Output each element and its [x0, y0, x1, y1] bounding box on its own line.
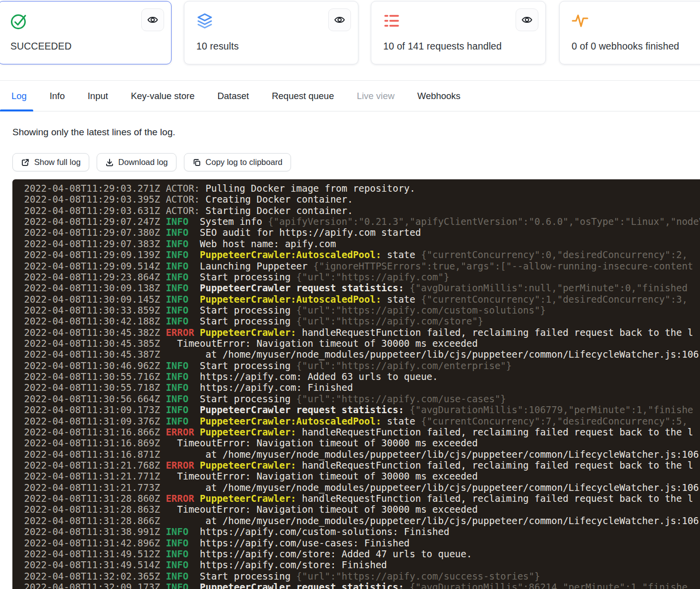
status-cards-row: SUCCEEDED 10 results [0, 0, 700, 65]
log-line: 2022-04-08T11:30:46.962Z INFO Start proc… [18, 360, 700, 371]
log-line: 2022-04-08T11:32:09.173Z INFO PuppeteerC… [18, 582, 700, 589]
run-tabs: Log Info Input Key-value store Dataset R… [0, 80, 700, 111]
eye-icon [521, 14, 533, 26]
log-line: 2022-04-08T11:30:55.716Z INFO https://ap… [18, 371, 700, 382]
copy-icon [192, 158, 201, 167]
tab-webhooks[interactable]: Webhooks [413, 81, 465, 111]
show-full-log-button[interactable]: Show full log [12, 153, 89, 171]
tab-dataset[interactable]: Dataset [213, 81, 253, 111]
tab-key-value-store[interactable]: Key-value store [126, 81, 199, 111]
log-line: 2022-04-08T11:30:55.718Z INFO https://ap… [18, 382, 700, 393]
results-count-label: 10 results [196, 41, 239, 52]
log-line: 2022-04-08T11:31:16.866Z ERROR Puppeteer… [18, 427, 700, 437]
status-card-run-status[interactable]: SUCCEEDED [0, 1, 172, 64]
tab-log[interactable]: Log [7, 81, 31, 111]
log-line: 2022-04-08T11:31:28.866Z at /home/myuser… [18, 515, 700, 526]
log-line: 2022-04-08T11:31:49.512Z INFO https://ap… [18, 548, 700, 559]
log-line: 2022-04-08T11:31:38.991Z INFO https://ap… [18, 526, 700, 537]
eye-icon [147, 14, 159, 26]
pulse-icon [571, 11, 589, 30]
log-line: 2022-04-08T11:31:16.869Z TimeoutError: N… [18, 437, 700, 448]
log-line: 2022-04-08T11:30:42.188Z INFO Start proc… [18, 316, 700, 326]
layers-icon [195, 11, 214, 30]
tab-request-queue[interactable]: Request queue [267, 81, 339, 111]
download-log-button[interactable]: Download log [97, 153, 176, 171]
copy-log-button[interactable]: Copy log to clipboard [184, 153, 291, 171]
log-line: 2022-04-08T11:31:09.173Z INFO PuppeteerC… [18, 404, 700, 415]
log-line: 2022-04-08T11:30:45.385Z TimeoutError: N… [18, 338, 700, 349]
log-line: 2022-04-08T11:29:03.395Z ACTOR: Creating… [18, 194, 700, 205]
log-line: 2022-04-08T11:29:03.631Z ACTOR: Starting… [18, 205, 700, 216]
log-viewer[interactable]: 2022-04-08T11:29:03.271Z ACTOR: Pulling … [12, 179, 700, 589]
log-line: 2022-04-08T11:31:42.896Z INFO https://ap… [18, 537, 700, 548]
copy-log-label: Copy log to clipboard [206, 158, 283, 167]
log-note: Showing only the latest lines of the log… [12, 127, 175, 138]
log-line: 2022-04-08T11:31:09.376Z INFO PuppeteerC… [18, 416, 700, 427]
tab-input[interactable]: Input [83, 81, 113, 111]
log-line: 2022-04-08T11:29:07.380Z INFO SEO audit … [18, 227, 700, 238]
log-line: 2022-04-08T11:31:21.771Z TimeoutError: N… [18, 471, 700, 482]
log-line: 2022-04-08T11:31:28.860Z ERROR Puppeteer… [18, 493, 700, 504]
log-line: 2022-04-08T11:30:56.664Z INFO Start proc… [18, 393, 700, 404]
log-line: 2022-04-08T11:31:16.871Z at /home/myuser… [18, 449, 700, 460]
status-card-webhooks[interactable]: 0 of 0 webhooks finished [559, 1, 700, 64]
check-circle-icon [9, 11, 28, 30]
log-line: 2022-04-08T11:30:45.382Z ERROR Puppeteer… [18, 327, 700, 338]
external-link-icon [21, 158, 30, 167]
download-icon [105, 158, 114, 167]
log-line: 2022-04-08T11:29:03.271Z ACTOR: Pulling … [18, 183, 700, 194]
log-line: 2022-04-08T11:31:28.863Z TimeoutError: N… [18, 504, 700, 515]
download-log-label: Download log [118, 158, 168, 167]
tab-live-view: Live view [352, 81, 399, 111]
log-line: 2022-04-08T11:32:02.365Z INFO Start proc… [18, 571, 700, 582]
list-icon [382, 11, 401, 30]
view-status-button[interactable] [141, 8, 164, 31]
webhooks-finished-label: 0 of 0 webhooks finished [572, 41, 679, 52]
tab-info[interactable]: Info [45, 81, 69, 111]
log-actions: Show full log Download log Copy log to c… [12, 153, 291, 171]
log-line: 2022-04-08T11:29:09.139Z INFO PuppeteerC… [18, 249, 700, 260]
log-line: 2022-04-08T11:31:21.773Z at /home/myuser… [18, 482, 700, 493]
log-line: 2022-04-08T11:30:33.859Z INFO Start proc… [18, 305, 700, 316]
view-results-button[interactable] [328, 8, 351, 31]
requests-handled-label: 10 of 141 requests handled [383, 41, 502, 52]
status-card-results[interactable]: 10 results [184, 1, 358, 64]
run-status-label: SUCCEEDED [10, 41, 71, 52]
log-line: 2022-04-08T11:30:09.138Z INFO PuppeteerC… [18, 282, 700, 293]
log-line: 2022-04-08T11:29:07.383Z INFO Web host n… [18, 238, 700, 249]
log-line: 2022-04-08T11:29:09.514Z INFO Launching … [18, 261, 700, 271]
log-line: 2022-04-08T11:30:09.145Z INFO PuppeteerC… [18, 294, 700, 305]
log-line: 2022-04-08T11:29:23.864Z INFO Start proc… [18, 271, 700, 282]
status-card-requests[interactable]: 10 of 141 requests handled [371, 1, 546, 64]
view-requests-button[interactable] [516, 8, 538, 31]
log-line: 2022-04-08T11:31:21.768Z ERROR Puppeteer… [18, 460, 700, 471]
eye-icon [334, 14, 346, 26]
log-line: 2022-04-08T11:30:45.387Z at /home/myuser… [18, 349, 700, 360]
log-line: 2022-04-08T11:29:07.247Z INFO System inf… [18, 216, 700, 227]
log-line: 2022-04-08T11:31:49.514Z INFO https://ap… [18, 559, 700, 570]
show-full-log-label: Show full log [34, 158, 81, 167]
